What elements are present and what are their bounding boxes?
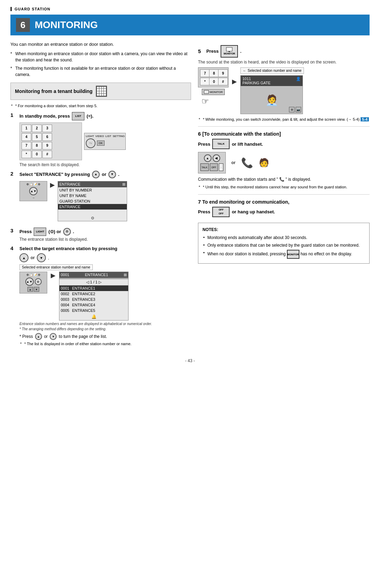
step-5-screen-header: 1011 PARKING GATE 👤 (241, 76, 303, 86)
main-content: You can monitor an entrance station or d… (10, 41, 370, 351)
step-6-label: [To communicate with the station] (203, 131, 281, 137)
subsection-box: Monitoring from a tenant building (10, 83, 191, 100)
step-2-period: . (118, 171, 119, 178)
step-4-or: or (31, 255, 35, 260)
right-column: 5 Press MONITOR . The sound at the stati… (198, 41, 370, 351)
step-4-buttons: ▲ or ▼ . (19, 253, 191, 262)
phone-illustration: 📞 (241, 157, 253, 169)
step-7-press-row: Press OFF OFF or hang up handset. (198, 207, 370, 217)
step-5-screen-area: ← Selected station number and name 1011 … (240, 67, 304, 114)
nav-text: ◁ 1 / 1 ▷ (59, 279, 128, 286)
step-2-diagram: ⚙📋📝⚙ ▲▼ → ▶ ENTRANCE ⊞ UNIT BY NUMBER (19, 181, 191, 221)
device-panel-4: ⚙📋📝⚙ ▲▼ ⊙ ▲ ▼ (19, 272, 47, 293)
step-5-note: The sound at the station is heard, and t… (198, 60, 370, 65)
step-5-keypad: 789 *0# (198, 67, 229, 87)
step-5-monitor-indicator: MONITOR (202, 89, 225, 95)
step-7-header: 7 To end monitoring or communication, (198, 199, 370, 205)
divider-6-7 (198, 194, 370, 195)
menu-entrance: ENTRANCE (58, 204, 127, 210)
step-5: 5 Press MONITOR . The sound at the stati… (198, 45, 370, 122)
list-button[interactable]: LIST (72, 112, 84, 120)
step-6-device: ▲ ◀ TALK OFF · (198, 152, 226, 173)
step-2-label: Select "ENTRANCE" by pressing (19, 171, 90, 178)
step-5-device-area: 789 *0# MONITOR ☞ (198, 67, 229, 106)
step-1-device: 123 456 789 *0# (19, 122, 191, 160)
menu-unit-by-number: UNIT BY NUMBER (58, 187, 127, 193)
arrow-right-4: ▶ (51, 272, 56, 279)
divider-5-6 (198, 126, 370, 127)
guard-station-label: GUARD STATION (15, 7, 50, 11)
step-1-label-row: In standby mode, press LIST (≡). (19, 112, 191, 120)
step-5-press: Press (206, 48, 218, 55)
up-button[interactable]: ▲ (92, 171, 100, 178)
step-2-label-row: Select "ENTRANCE" by pressing ▲ or ▼ . (19, 171, 191, 178)
down-btn-4[interactable]: ▼ (37, 253, 46, 262)
section-header: 6 MONITORING (10, 15, 370, 35)
entry-4: 0004 ENTRANCE4 (59, 302, 128, 308)
person-illustration: 🧑‍💼 (265, 94, 278, 106)
step-5-diagram: 789 *0# MONITOR ☞ ▶ ← (198, 67, 370, 114)
step-6: 6 [To communicate with the station] Pres… (198, 131, 370, 190)
step-4: 4 Select the target entrance station by … (10, 245, 191, 348)
station-number: 1011 (242, 77, 271, 81)
step-4-number: 4 (10, 245, 17, 251)
step-1-note: The search item list is displayed. (19, 162, 191, 167)
step-3-number: 3 (10, 228, 17, 233)
comm-note: Communication with the station starts an… (198, 176, 370, 182)
left-column: You can monitor an entrance station or d… (10, 41, 191, 351)
step-5-screen: 1011 PARKING GATE 👤 🧑‍💼 ⚙ 📷 (240, 75, 303, 114)
step-5-sub: * While monitoring, you can switch zoom/… (198, 117, 370, 122)
camera-icon-ctrl: 📷 (296, 107, 301, 112)
step-7-label: To end monitoring or communication, (202, 199, 289, 205)
selected-station-label: ← Selected station number and name (240, 67, 304, 74)
off-button[interactable]: OFF OFF (212, 207, 230, 217)
step-3-period: . (73, 228, 74, 235)
ref-5-4: 5-4 (361, 117, 369, 121)
step-7-number: 7 (198, 199, 201, 205)
step-5-label-row: 5 Press MONITOR . (198, 45, 370, 58)
person-on-phone: 🧑 (259, 158, 269, 168)
step-2-content: Select "ENTRANCE" by pressing ▲ or ▼ . ⚙… (19, 171, 191, 224)
page-up-btn[interactable]: ▲ (35, 333, 42, 340)
talk-button[interactable]: TALK (212, 139, 230, 149)
selected-entrance-label: Selected entrance station number and nam… (19, 264, 93, 270)
door-station-note: * For monitoring a door station, start f… (10, 103, 191, 109)
step-1-label: In standby mode, press (19, 113, 70, 120)
page-down-btn[interactable]: ▼ (50, 333, 57, 340)
entry-1: 0001 ENTRANCE1 (59, 286, 128, 291)
step-6-number: 6 (198, 131, 201, 137)
step-6-press-row: Press TALK or lift handset. (198, 139, 370, 149)
section-number: 6 (16, 18, 30, 32)
step-6-or-handset: or lift handset. (232, 141, 263, 148)
step-4-label: Select the target entrance station by pr… (19, 245, 117, 252)
step-1-number: 1 (10, 112, 17, 118)
step-3-label: Press (19, 228, 32, 235)
step-2-or: or (102, 171, 106, 178)
light-button[interactable]: LIGHT (34, 228, 46, 236)
step-6-or-mid: or (231, 160, 236, 165)
entry-2: 0002 ENTRANCE2 (59, 291, 128, 297)
entry-5: 0005 ENTRANCE5 (59, 308, 128, 313)
step-3: 3 Press LIGHT (⊙) or ⊙ . The entrance st… (10, 228, 191, 242)
menu-unit-by-name: UNIT BY NAME (58, 193, 127, 198)
down-button[interactable]: ▼ (108, 171, 116, 178)
step-3-note: The entrance station list is displayed. (19, 237, 191, 242)
monitor-icon (226, 47, 232, 51)
step-1-content: In standby mode, press LIST (≡). 123 (19, 112, 191, 167)
step-4-label-row: Select the target entrance station by pr… (19, 245, 191, 252)
step-7: 7 To end monitoring or communication, Pr… (198, 199, 370, 217)
bell-icon: 🔔 (59, 313, 128, 320)
step-5-period: . (240, 48, 241, 55)
subsection-title: Monitoring from a tenant building (15, 88, 92, 94)
monitor-button[interactable]: MONITOR (221, 45, 238, 58)
station-name: PARKING GATE (242, 81, 271, 85)
up-btn-4[interactable]: ▲ (19, 253, 28, 262)
sub-note-1: * Press ▲ or ▼ to turn the page of the l… (19, 333, 191, 340)
round-button-3[interactable]: ⊙ (63, 228, 71, 236)
step-6-sub: * Until this step, the monitored station… (198, 185, 370, 190)
step-2: 2 Select "ENTRANCE" by pressing ▲ or ▼ .… (10, 171, 191, 224)
page-container: GUARD STATION 6 MONITORING You can monit… (0, 0, 380, 588)
phone-symbol: 📞 (279, 177, 284, 182)
menu-guard-station: GUARD STATION (58, 198, 127, 204)
grid-icon (96, 86, 107, 97)
